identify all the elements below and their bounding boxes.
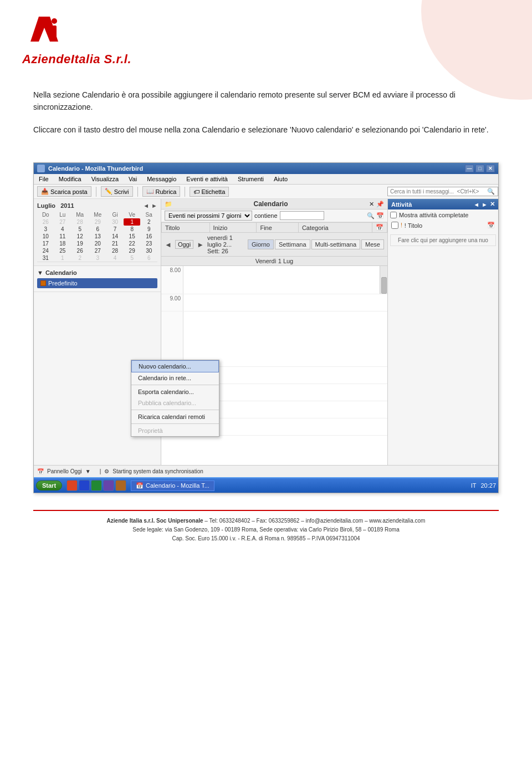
menu-modifica[interactable]: Modifica [57, 175, 83, 183]
cal-day[interactable]: 30 [106, 218, 124, 226]
cal-day[interactable]: 15 [124, 233, 141, 240]
cal-day[interactable]: 18 [54, 240, 71, 247]
cal-day[interactable]: 6 [89, 226, 106, 233]
taskbar-icon-2[interactable] [79, 480, 90, 491]
ctx-ricarica[interactable]: Ricarica calendari remoti [131, 411, 219, 422]
scrivi-button[interactable]: ✏️ Scrivi [101, 186, 133, 197]
cal-day[interactable]: 3 [89, 254, 106, 262]
start-button[interactable]: Start [36, 481, 62, 490]
multi-settimana-btn[interactable]: Multi-settimana [311, 239, 361, 249]
cal-day[interactable]: 21 [106, 240, 124, 247]
calendar-section-header[interactable]: ▼ Calendario [37, 269, 157, 276]
calendar-predefinito[interactable]: Predefinito [37, 278, 157, 288]
etichetta-button[interactable]: 🏷 Etichetta [190, 187, 229, 197]
cal-day[interactable]: 4 [106, 254, 124, 262]
menu-aiuto[interactable]: Aiuto [272, 175, 289, 183]
cal-day[interactable]: 25 [54, 247, 71, 254]
cal-day[interactable]: 27 [89, 247, 106, 254]
maximize-button[interactable]: □ [475, 165, 484, 172]
cal-day[interactable]: 28 [106, 247, 124, 254]
activities-nav[interactable]: ◄ ► ✕ [473, 201, 495, 208]
show-completed-checkbox[interactable] [390, 212, 397, 218]
cal-day[interactable]: 12 [71, 233, 89, 240]
menu-strumenti[interactable]: Strumenti [236, 175, 265, 183]
taskbar-icon-5[interactable] [115, 480, 126, 491]
taskbar-window[interactable]: 📅 Calendario - Mozilla T... [131, 481, 214, 491]
cal-day[interactable]: 29 [89, 218, 106, 226]
event-filter-input[interactable] [280, 211, 324, 220]
cal-day[interactable]: 22 [124, 240, 141, 247]
cal-new-event-icon[interactable]: 📅 [376, 212, 384, 219]
cal-day[interactable]: 17 [37, 240, 54, 247]
mini-cal-nav[interactable]: ◄ ► [143, 202, 157, 209]
dropdown-arrow[interactable]: ▼ [85, 468, 91, 474]
activities-next[interactable]: ► [482, 201, 488, 208]
scarica-posta-button[interactable]: 📥 Scarica posta [37, 186, 91, 197]
activities-close[interactable]: ✕ [490, 201, 495, 208]
menu-vai[interactable]: Vai [127, 175, 139, 183]
today-btn[interactable]: Oggi [175, 240, 193, 249]
cal-day[interactable]: 24 [37, 247, 54, 254]
cal-day[interactable]: 2 [140, 218, 157, 226]
cal-day[interactable]: 26 [37, 218, 54, 226]
day-header-me: Me [89, 211, 106, 218]
taskbar-icon-3[interactable] [91, 480, 102, 491]
cal-day[interactable]: 20 [89, 240, 106, 247]
settimana-btn[interactable]: Settimana [275, 239, 310, 249]
cal-day[interactable]: 11 [54, 233, 71, 240]
events-range-select[interactable]: Eventi nei prossimi 7 giorni [165, 211, 252, 221]
search-input[interactable] [387, 187, 498, 196]
ctx-calendario-rete[interactable]: Calendario in rete... [131, 372, 219, 384]
cal-day[interactable]: 1 [54, 254, 71, 262]
mini-cal-prev[interactable]: ◄ [143, 202, 149, 209]
activities-prev[interactable]: ◄ [473, 201, 479, 208]
cal-day[interactable]: 30 [140, 247, 157, 254]
minimize-button[interactable]: — [465, 165, 474, 172]
cal-day[interactable]: 2 [71, 254, 89, 262]
cal-day-today[interactable]: 1 [124, 218, 141, 226]
cal-day[interactable]: 28 [71, 218, 89, 226]
window-titlebar: Calendario - Mozilla Thunderbird — □ ✕ [34, 163, 498, 174]
taskbar-icon-1[interactable] [66, 480, 78, 491]
cal-day[interactable]: 27 [54, 218, 71, 226]
cal-day[interactable]: 10 [37, 233, 54, 240]
day-prev-btn[interactable]: ◄ [165, 241, 172, 249]
rubrica-button[interactable]: 📖 Rubrica [142, 186, 181, 197]
mese-btn[interactable]: Mese [361, 239, 384, 249]
window-controls[interactable]: — □ ✕ [465, 165, 495, 172]
cal-day[interactable]: 5 [71, 226, 89, 233]
add-activity-link[interactable]: Fare clic qui per aggiungere una nuo [390, 234, 496, 246]
cal-day[interactable]: 5 [124, 254, 141, 262]
menu-messaggio[interactable]: Messaggio [145, 175, 178, 183]
cal-day[interactable]: 7 [106, 226, 124, 233]
cal-day[interactable]: 6 [140, 254, 157, 262]
ctx-esporta[interactable]: Esporta calendario... [131, 386, 219, 397]
menu-eventi[interactable]: Eventi e attività [185, 175, 229, 183]
cal-day[interactable]: 4 [54, 226, 71, 233]
cal-day[interactable]: 26 [71, 247, 89, 254]
scrollbar[interactable] [380, 266, 387, 294]
cal-day[interactable]: 19 [71, 240, 89, 247]
menu-visualizza[interactable]: Visualizza [90, 175, 120, 183]
cal-day[interactable]: 13 [89, 233, 106, 240]
cal-day[interactable]: 31 [37, 254, 54, 262]
cal-search-icon[interactable]: 🔍 [367, 212, 375, 219]
logo-svg [22, 11, 66, 50]
close-button[interactable]: ✕ [486, 165, 495, 172]
menu-file[interactable]: File [37, 175, 50, 183]
ctx-nuovo-calendario[interactable]: Nuovo calendario... [131, 360, 219, 372]
cal-day[interactable]: 23 [140, 240, 157, 247]
activities-check[interactable] [391, 222, 398, 229]
day-next-btn[interactable]: ► [197, 241, 204, 249]
cal-day[interactable]: 3 [37, 226, 54, 233]
cal-day[interactable]: 16 [140, 233, 157, 240]
cal-day[interactable]: 9 [140, 226, 157, 233]
giorno-btn[interactable]: Giorno [248, 239, 274, 249]
cal-day[interactable]: 29 [124, 247, 141, 254]
cal-pin-icon[interactable]: 📌 [376, 201, 384, 208]
mini-cal-next[interactable]: ► [151, 202, 157, 209]
cal-day[interactable]: 8 [124, 226, 141, 233]
cal-day[interactable]: 14 [106, 233, 124, 240]
taskbar-icon-4[interactable] [103, 480, 114, 491]
cal-close-icon[interactable]: ✕ [369, 201, 374, 208]
